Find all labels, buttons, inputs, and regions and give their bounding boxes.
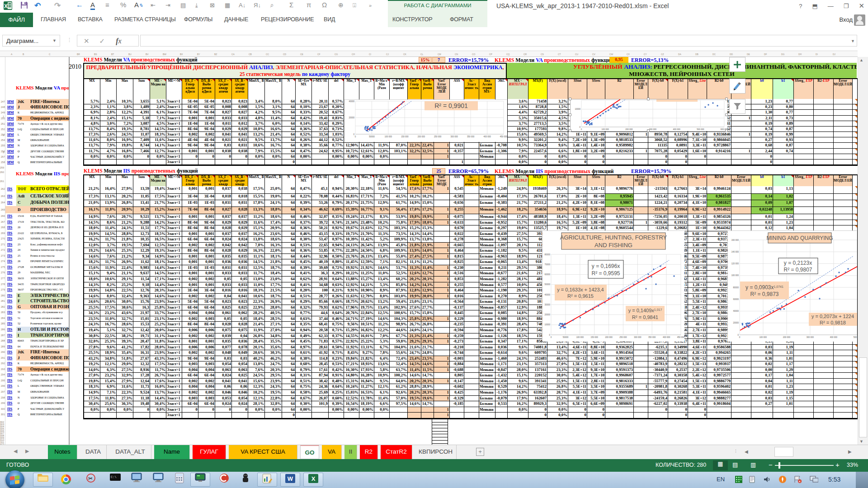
svg-text:40000: 40000	[349, 100, 354, 103]
svg-text:C:\: C:\	[111, 475, 117, 479]
svg-text:y = 0,2073x + 1224: y = 0,2073x + 1224	[811, 314, 854, 319]
svg-text:100 000: 100 000	[760, 336, 767, 338]
svg-text:200 000: 200 000	[605, 336, 613, 338]
svg-text:300 000: 300 000	[634, 336, 642, 338]
svg-text:AGRICULTURE, HUNTING, FORESTRY: AGRICULTURE, HUNTING, FORESTRY	[560, 234, 667, 241]
svg-text:400 000: 400 000	[673, 128, 681, 131]
svg-text:R² = 0,9595: R² = 0,9595	[591, 270, 620, 277]
svg-text:10000: 10000	[575, 108, 580, 110]
svg-text:W: W	[288, 475, 293, 482]
svg-text:10000: 10000	[544, 324, 550, 326]
svg-text:R² = 0,9841: R² = 0,9841	[632, 314, 658, 320]
svg-text:40000: 40000	[544, 294, 550, 296]
svg-text:✂: ✂	[88, 475, 93, 482]
svg-text:200 000: 200 000	[418, 136, 425, 138]
svg-text:450 000: 450 000	[500, 136, 507, 138]
svg-text:70000: 70000	[544, 263, 550, 266]
svg-text:30000: 30000	[544, 304, 550, 306]
svg-text:40000: 40000	[733, 310, 739, 312]
svg-text:300 000: 300 000	[451, 136, 458, 138]
svg-text:200 000: 200 000	[783, 336, 791, 338]
svg-text:20000: 20000	[544, 314, 550, 316]
svg-text:50000: 50000	[369, 136, 375, 138]
svg-text:400 000: 400 000	[663, 336, 670, 338]
svg-text:R² = 0,9901: R² = 0,9901	[434, 102, 468, 109]
svg-text:100 000: 100 000	[385, 136, 392, 138]
svg-text:50000: 50000	[563, 336, 569, 338]
svg-text:100 000: 100 000	[602, 128, 609, 131]
svg-text:140 000: 140 000	[731, 251, 739, 253]
svg-text:160 000: 160 000	[731, 239, 739, 241]
svg-text:R² = 0,9873: R² = 0,9873	[750, 291, 778, 297]
svg-text:80000: 80000	[733, 286, 739, 289]
svg-text:400 000: 400 000	[483, 136, 491, 138]
svg-text:20000: 20000	[349, 117, 354, 119]
svg-text:250 000: 250 000	[434, 136, 442, 138]
svg-text:60000: 60000	[544, 273, 550, 276]
svg-text:100 000: 100 000	[576, 336, 584, 338]
svg-text:y = 0,2123x: y = 0,2123x	[784, 260, 812, 266]
svg-text:150 000: 150 000	[591, 336, 599, 338]
svg-text:60000: 60000	[733, 298, 739, 300]
svg-text:300 000: 300 000	[649, 128, 657, 131]
svg-text:200 000: 200 000	[625, 128, 633, 131]
svg-text:y = 0,1696x: y = 0,1696x	[592, 263, 620, 269]
svg-text:400 000: 400 000	[830, 336, 838, 338]
svg-text:250 000: 250 000	[619, 336, 627, 338]
svg-text:✕: ✕	[798, 480, 801, 483]
svg-text:X: X	[4, 3, 8, 9]
svg-text:R² = 0,9807: R² = 0,9807	[783, 267, 812, 273]
svg-text:500 000: 500 000	[697, 128, 704, 131]
svg-text:20000: 20000	[733, 322, 739, 324]
svg-text:100 000: 100 000	[731, 274, 739, 277]
svg-text:350 000: 350 000	[467, 136, 475, 138]
svg-text:80000: 80000	[544, 253, 550, 256]
svg-text:150 000: 150 000	[401, 136, 409, 138]
svg-text:R² = 0,9818: R² = 0,9818	[820, 320, 846, 325]
svg-text:AND FISHING: AND FISHING	[594, 242, 632, 249]
svg-text:450 000: 450 000	[677, 336, 684, 338]
svg-text:350 000: 350 000	[648, 336, 656, 338]
svg-text:MINING AND QUARRYING: MINING AND QUARRYING	[766, 235, 833, 241]
svg-text:500 000: 500 000	[854, 336, 857, 338]
svg-text:120 000: 120 000	[731, 263, 739, 265]
svg-text:y = 0,1633x + 1423,4: y = 0,1633x + 1423,4	[557, 287, 604, 292]
svg-text:X: X	[311, 475, 316, 482]
svg-text:R² = 0,9615: R² = 0,9615	[567, 293, 594, 299]
svg-text:50000: 50000	[544, 283, 550, 286]
svg-text:300 000: 300 000	[807, 336, 814, 338]
